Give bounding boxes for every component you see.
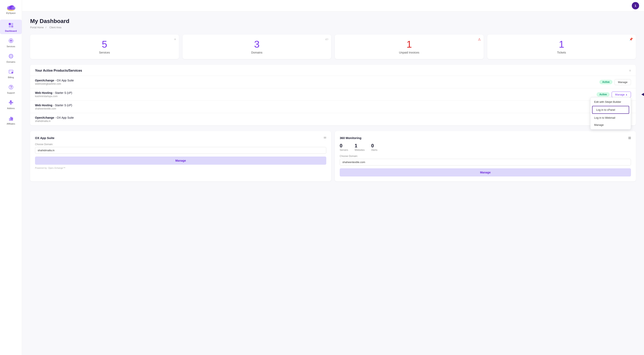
svg-rect-8 (11, 26, 13, 28)
sidebar: ElySpace Dashboard Servic (0, 0, 22, 355)
stat-number-services: 5 (34, 40, 175, 49)
bottom-row: OX App Suite ✉ Choose Domain: shahidmall… (30, 131, 636, 181)
breadcrumb-current: Client Area (50, 26, 62, 29)
ox-powered-by: Powered by: Open-Xchange™ (35, 167, 326, 169)
product-row-2: Web Hosting - Starter S (cP) kashmirstar… (30, 88, 636, 100)
billing-icon: $ (7, 68, 15, 75)
product-domain-4: shahidmalla.in (35, 120, 74, 122)
page-title: My Dashboard (30, 18, 636, 24)
svg-rect-5 (9, 23, 11, 25)
monitoring-websites-label: Websites (354, 148, 364, 152)
svg-point-4 (7, 7, 15, 10)
domains-icon (7, 52, 15, 60)
monitoring-stats: 0 Servers 1 Websites 0 Alerts (340, 143, 631, 152)
monitoring-servers-num: 0 (340, 143, 348, 148)
product-domain-3: shaheentextile.com (35, 107, 72, 110)
breadcrumb-home[interactable]: Portal Home (30, 26, 44, 29)
sidebar-label-addons: Addons (7, 107, 15, 110)
ox-title-text: OX App Suite (35, 136, 54, 140)
products-section-header: Your Active Products/Services ≡ (30, 65, 636, 76)
ox-widget-icon: ✉ (324, 136, 326, 140)
svg-rect-6 (11, 23, 13, 25)
dashboard-icon (7, 22, 15, 29)
badge-active-2: Active (596, 92, 610, 97)
sidebar-item-support[interactable]: Support (0, 82, 22, 96)
monitoring-servers-label: Servers (340, 148, 348, 152)
sidebar-item-domains[interactable]: Domains (0, 50, 22, 65)
products-section: Your Active Products/Services ≡ OpenXcha… (30, 65, 636, 126)
monitoring-domain-label: Choose Domain: (340, 155, 631, 158)
stat-card-services[interactable]: ≡ 5 Services (30, 34, 179, 59)
sidebar-item-addons[interactable]: Addons (0, 97, 22, 112)
product-row-1: OpenXchange - OX App Suite webhostingkas… (30, 76, 636, 88)
product-name-1: OpenXchange - OX App Suite (35, 79, 74, 82)
stat-icon-services: ≡ (174, 38, 176, 41)
dropdown-item-sitejet[interactable]: Edit with Sitejet Builder (590, 98, 631, 106)
ox-manage-button[interactable]: Manage (35, 156, 326, 165)
content-area: My Dashboard Portal Home / Client Area ≡… (22, 12, 644, 188)
stat-number-domains: 3 (187, 40, 327, 49)
breadcrumb: Portal Home / Client Area (30, 26, 636, 29)
logo: ElySpace (6, 3, 16, 14)
svg-rect-35 (12, 118, 13, 120)
monitoring-alerts-label: Alerts (371, 148, 377, 152)
svg-point-11 (10, 40, 12, 41)
sidebar-label-domains: Domains (6, 61, 15, 63)
sidebar-label-dashboard: Dashboard (5, 30, 17, 32)
logo-label: ElySpace (6, 12, 16, 14)
services-icon (7, 37, 15, 44)
breadcrumb-sep: / (46, 26, 46, 29)
product-domain-2: kashmirstartups.com (35, 95, 72, 98)
monitoring-title-text: 360 Monitoring (340, 136, 362, 140)
addons-icon (7, 99, 15, 106)
stat-card-tickets[interactable]: 📌 1 Tickets (487, 34, 636, 59)
alert-icon-invoices: ⚠ (478, 38, 481, 41)
manage-button-1[interactable]: Manage (614, 79, 631, 85)
product-info-3: Web Hosting - Starter S (cP) shaheentext… (35, 104, 72, 110)
support-icon (7, 84, 15, 91)
product-info-1: OpenXchange - OX App Suite webhostingkas… (35, 79, 74, 85)
sidebar-label-services: Services (6, 45, 15, 48)
arrow-head (641, 93, 644, 96)
monitoring-alerts-num: 0 (371, 143, 377, 148)
stats-row: ≡ 5 Services 🏷 3 Domains ⚠ 1 Unpaid Invo… (30, 34, 636, 59)
product-row-4: OpenXchange - OX App Suite shahidmalla.i… (30, 113, 636, 126)
stat-card-domains[interactable]: 🏷 3 Domains (182, 34, 331, 59)
product-domain-1: webhostingkashmir.com (35, 82, 74, 85)
affiliates-icon (7, 114, 15, 122)
logo-icon (6, 3, 16, 12)
sidebar-label-support: Support (7, 92, 15, 94)
product-info-2: Web Hosting - Starter S (cP) kashmirstar… (35, 91, 72, 98)
dropdown-item-webmail[interactable]: Log in to Webmail (590, 114, 631, 121)
products-menu-icon[interactable]: ≡ (629, 69, 631, 72)
dropdown-item-manage[interactable]: Manage (590, 121, 631, 128)
svg-rect-30 (10, 103, 12, 105)
stat-number-invoices: 1 (339, 40, 480, 49)
monitoring-servers: 0 Servers (340, 143, 348, 152)
ox-domain-select[interactable]: shahidmalla.in (35, 147, 326, 154)
monitoring-manage-button[interactable]: Manage (340, 168, 631, 176)
stat-label-invoices: Unpaid Invoices (339, 51, 480, 54)
sidebar-item-billing[interactable]: $ Billing (0, 66, 22, 80)
stat-icon-tickets: 📌 (629, 38, 633, 41)
sidebar-label-affiliates: Affiliates (7, 122, 15, 125)
sidebar-item-dashboard[interactable]: Dashboard (0, 20, 22, 34)
product-name-2: Web Hosting - Starter S (cP) (35, 91, 72, 94)
monitoring-websites: 1 Websites (354, 143, 364, 152)
main-content: 1 My Dashboard Portal Home / Client Area… (22, 0, 644, 355)
stat-card-invoices[interactable]: ⚠ 1 Unpaid Invoices (335, 34, 484, 59)
sidebar-item-affiliates[interactable]: Affiliates (0, 112, 22, 127)
dropdown-item-cpanel[interactable]: Log in to cPanel (592, 106, 629, 114)
badge-active-1: Active (600, 80, 612, 84)
topbar: 1 (22, 0, 644, 12)
stat-number-tickets: 1 (491, 40, 632, 49)
svg-rect-7 (9, 26, 11, 28)
stat-label-domains: Domains (187, 51, 327, 54)
sidebar-item-services[interactable]: Services (0, 35, 22, 50)
product-name-4: OpenXchange - OX App Suite (35, 116, 74, 119)
notification-badge[interactable]: 1 (632, 2, 639, 9)
ox-widget-title: OX App Suite ✉ (35, 136, 326, 140)
product-actions-1: Active Manage (600, 79, 631, 85)
monitoring-domain-select[interactable]: shaheentextile.com (340, 159, 631, 166)
manage-button-2[interactable]: Manage ▲ (612, 92, 631, 98)
